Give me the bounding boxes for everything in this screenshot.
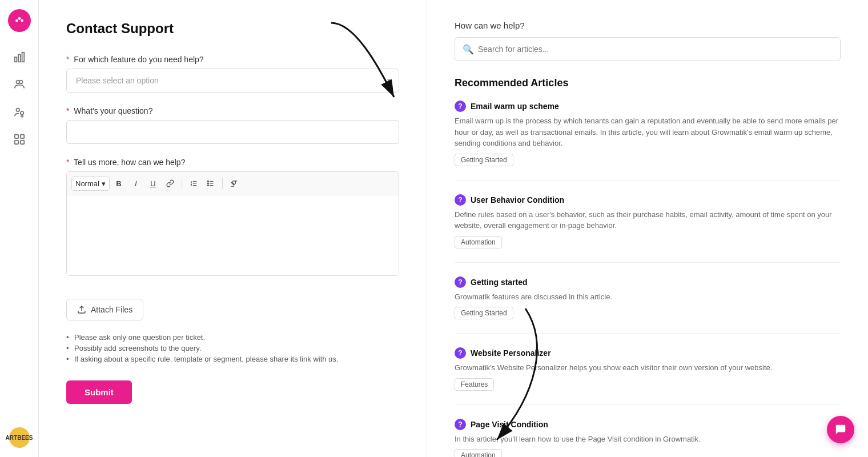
svg-rect-4	[18, 54, 21, 62]
svg-point-8	[16, 109, 19, 112]
user-avatar[interactable]: ARTBEES	[9, 427, 30, 448]
article-title-row: ? User Behavior Condition	[455, 194, 841, 206]
main-content: Contact Support * For which feature do y…	[39, 0, 868, 457]
sidebar: ARTBEES	[0, 0, 39, 457]
feature-group: * For which feature do you need help? Pl…	[66, 55, 399, 93]
article-icon: ?	[455, 276, 466, 288]
article-tag[interactable]: Automation	[455, 236, 502, 248]
tip-1: Please ask only one question per ticket.	[66, 332, 399, 343]
help-section-title: How can we help?	[455, 21, 841, 30]
svg-point-0	[15, 19, 18, 22]
article-title-row: ? Page Visit Condition	[455, 419, 841, 430]
article-item: ? Getting started Growmatik features are…	[455, 276, 841, 334]
details-group: * Tell us more, how can we help? Normal …	[66, 158, 399, 276]
ordered-list-button[interactable]	[186, 175, 202, 191]
required-star: *	[66, 55, 69, 64]
article-item: ? Email warm up scheme Email warm up is …	[455, 101, 841, 181]
feature-select-wrapper: Please select an option ▾	[66, 69, 399, 93]
underline-button[interactable]: U	[145, 175, 161, 191]
svg-point-20	[207, 181, 208, 182]
bold-button[interactable]: B	[111, 175, 127, 191]
help-panel: How can we help? 🔍 Recommended Articles …	[427, 0, 868, 457]
article-tag[interactable]: Features	[455, 378, 494, 391]
upload-icon	[77, 305, 86, 314]
svg-point-9	[20, 111, 23, 115]
article-desc: In this article, you'll learn how to use…	[455, 434, 841, 445]
question-group: * What's your question?	[66, 106, 399, 144]
required-star-3: *	[66, 158, 69, 167]
article-title-row: ? Getting started	[455, 276, 841, 288]
article-icon: ?	[455, 347, 466, 359]
article-desc: Growmatik features are discussed in this…	[455, 291, 841, 303]
svg-rect-12	[14, 141, 18, 144]
toolbar-divider	[182, 178, 182, 189]
editor-toolbar: Normal ▾ B I U	[67, 172, 399, 195]
article-item: ? Page Visit Condition In this article, …	[455, 419, 841, 458]
segments-icon[interactable]	[8, 73, 31, 96]
tips-list: Please ask only one question per ticket.…	[66, 332, 399, 364]
analytics-icon[interactable]	[8, 46, 31, 69]
question-label: * What's your question?	[66, 106, 399, 115]
tip-3: If asking about a specific rule, templat…	[66, 354, 399, 364]
article-title: Email warm up scheme	[471, 102, 559, 111]
article-icon: ?	[455, 194, 466, 206]
app-logo[interactable]	[8, 9, 31, 32]
unordered-list-button[interactable]	[203, 175, 219, 191]
article-tag[interactable]: Automation	[455, 449, 502, 457]
search-input[interactable]	[455, 37, 841, 61]
article-icon: ?	[455, 101, 466, 112]
article-tag[interactable]: Getting Started	[455, 154, 513, 166]
article-title-row: ? Email warm up scheme	[455, 101, 841, 112]
article-title-row: ? Website Personalizer	[455, 347, 841, 359]
attach-files-button[interactable]: Attach Files	[66, 299, 143, 320]
chat-bubble-button[interactable]	[827, 416, 854, 443]
svg-rect-5	[22, 53, 24, 62]
tip-2: Possibly add screenshots to the query.	[66, 343, 399, 354]
svg-rect-3	[14, 57, 17, 62]
italic-button[interactable]: I	[128, 175, 144, 191]
link-button[interactable]	[162, 175, 178, 191]
contact-form-panel: Contact Support * For which feature do y…	[39, 0, 427, 457]
search-wrapper: 🔍	[455, 37, 841, 61]
svg-point-7	[19, 81, 23, 84]
editor-content-area[interactable]	[67, 195, 399, 275]
search-icon: 🔍	[463, 44, 474, 55]
details-label: * Tell us more, how can we help?	[66, 158, 399, 167]
products-icon[interactable]	[8, 128, 31, 151]
format-chevron-icon: ▾	[102, 179, 106, 188]
article-item: ? User Behavior Condition Define rules b…	[455, 194, 841, 263]
article-desc: Define rules based on a user's behavior,…	[455, 209, 841, 231]
feature-label: * For which feature do you need help?	[66, 55, 399, 64]
articles-list: ? Email warm up scheme Email warm up is …	[455, 101, 841, 457]
article-tag[interactable]: Getting Started	[455, 307, 513, 319]
feature-select[interactable]: Please select an option	[66, 69, 399, 93]
article-desc: Growmatik's Website Personalizer helps y…	[455, 362, 841, 374]
submit-button[interactable]: Submit	[66, 380, 132, 404]
svg-rect-13	[20, 141, 23, 144]
article-icon: ?	[455, 419, 466, 430]
article-title: Website Personalizer	[471, 348, 551, 358]
svg-point-2	[21, 19, 23, 22]
required-star-2: *	[66, 106, 69, 115]
toolbar-divider-2	[222, 178, 223, 189]
svg-rect-10	[14, 135, 18, 138]
svg-point-1	[18, 17, 21, 20]
rich-text-editor: Normal ▾ B I U	[66, 171, 399, 276]
recommended-articles-title: Recommended Articles	[455, 77, 841, 89]
clear-format-button[interactable]	[226, 175, 242, 191]
article-desc: Email warm up is the process by which te…	[455, 115, 841, 149]
svg-rect-11	[20, 135, 23, 138]
article-item: ? Website Personalizer Growmatik's Websi…	[455, 347, 841, 405]
sidebar-bottom: ARTBEES	[9, 427, 30, 448]
page-title: Contact Support	[66, 21, 399, 37]
article-title: User Behavior Condition	[471, 195, 564, 205]
format-select[interactable]: Normal ▾	[71, 177, 110, 191]
question-input[interactable]	[66, 120, 399, 144]
article-title: Page Visit Condition	[471, 420, 548, 429]
svg-point-22	[207, 185, 208, 186]
article-title: Getting started	[471, 278, 528, 287]
svg-point-21	[207, 183, 208, 184]
contacts-icon[interactable]	[8, 101, 31, 123]
